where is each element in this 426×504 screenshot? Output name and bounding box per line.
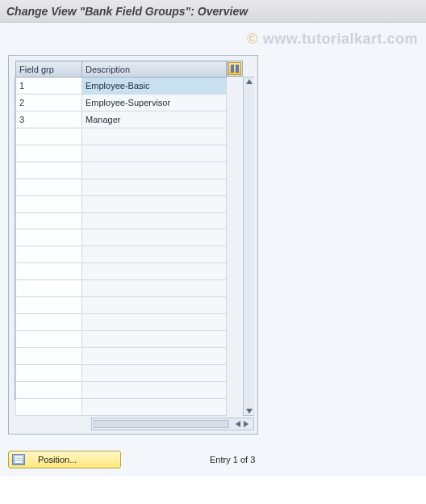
table-row: [16, 195, 227, 212]
cell-description[interactable]: Employee-Supervisor: [82, 94, 227, 111]
scroll-left-icon: [232, 421, 240, 427]
cell-field-grp[interactable]: [16, 229, 82, 246]
cell-description[interactable]: [82, 381, 227, 398]
scroll-up-icon: [246, 79, 253, 84]
cell-description[interactable]: [82, 280, 227, 297]
table-row: [16, 364, 227, 381]
cell-description[interactable]: [82, 348, 227, 365]
cell-field-grp[interactable]: [16, 145, 82, 162]
cell-description[interactable]: [82, 314, 227, 331]
cell-field-grp[interactable]: [16, 128, 82, 145]
table-row: [16, 297, 227, 314]
table-row: [16, 145, 227, 162]
cell-description[interactable]: [82, 162, 227, 178]
table-row: [16, 263, 227, 280]
cell-field-grp[interactable]: [16, 246, 82, 263]
cell-field-grp[interactable]: [16, 162, 82, 178]
col-header-field-grp[interactable]: Field grp: [16, 61, 82, 78]
footer-bar: Position... Entry 1 of 3: [0, 435, 426, 477]
cell-field-grp[interactable]: 2: [16, 94, 82, 111]
cell-description[interactable]: [82, 178, 227, 195]
cell-field-grp[interactable]: [16, 280, 82, 297]
scroll-down-icon: [246, 409, 253, 414]
table-row: 2Employee-Supervisor: [16, 94, 227, 111]
cell-description[interactable]: Employee-Basic: [82, 78, 227, 94]
field-groups-table: Field grp Description 1Employee-Basic2Em…: [15, 61, 227, 416]
cell-description[interactable]: [82, 229, 227, 246]
cell-field-grp[interactable]: [16, 364, 82, 381]
cell-field-grp[interactable]: [16, 398, 82, 415]
entry-counter: Entry 1 of 3: [210, 455, 255, 464]
position-icon: [12, 454, 25, 465]
position-button-label: Position...: [38, 455, 77, 464]
cell-field-grp[interactable]: [16, 348, 82, 365]
table-row: [16, 314, 227, 331]
horizontal-scrollbar[interactable]: [91, 418, 254, 430]
table-row: [16, 162, 227, 178]
cell-description[interactable]: Manager: [82, 111, 227, 128]
cell-field-grp[interactable]: [16, 314, 82, 331]
grid-frame: Field grp Description 1Employee-Basic2Em…: [8, 55, 258, 435]
cell-field-grp[interactable]: [16, 212, 82, 229]
col-header-description[interactable]: Description: [82, 61, 227, 78]
cell-field-grp[interactable]: [16, 297, 82, 314]
table-row: [16, 212, 227, 229]
table-row: [16, 246, 227, 263]
sub-toolbar: [0, 23, 426, 47]
table-row: [16, 348, 227, 365]
cell-description[interactable]: [82, 212, 227, 229]
hscroll-track: [94, 420, 229, 428]
cell-field-grp[interactable]: [16, 331, 82, 348]
cell-field-grp[interactable]: [16, 195, 82, 212]
col-header-description-label: Description: [86, 65, 130, 74]
table-row: [16, 398, 227, 415]
cell-field-grp[interactable]: 1: [16, 78, 82, 94]
cell-description[interactable]: [82, 263, 227, 280]
table-config-icon: [228, 62, 241, 75]
position-button[interactable]: Position...: [8, 451, 121, 468]
table-config-button[interactable]: [227, 61, 243, 77]
cell-description[interactable]: [82, 246, 227, 263]
table-row: [16, 128, 227, 145]
scroll-right-icon: [244, 421, 252, 427]
page-title: Change View "Bank Field Groups": Overvie…: [6, 5, 248, 18]
cell-description[interactable]: [82, 331, 227, 348]
cell-description[interactable]: [82, 128, 227, 145]
titlebar: Change View "Bank Field Groups": Overvie…: [0, 0, 426, 23]
cell-description[interactable]: [82, 195, 227, 212]
table-row: [16, 331, 227, 348]
table-row: [16, 381, 227, 398]
table-row: [16, 280, 227, 297]
cell-description[interactable]: [82, 398, 227, 415]
table-row: 3Manager: [16, 111, 227, 128]
cell-description[interactable]: [82, 145, 227, 162]
cell-field-grp[interactable]: [16, 178, 82, 195]
content-area: Field grp Description 1Employee-Basic2Em…: [0, 47, 426, 435]
table-row: [16, 178, 227, 195]
cell-field-grp[interactable]: [16, 263, 82, 280]
cell-field-grp[interactable]: [16, 381, 82, 398]
cell-field-grp[interactable]: 3: [16, 111, 82, 128]
cell-description[interactable]: [82, 364, 227, 381]
table-row: 1Employee-Basic: [16, 78, 227, 94]
vertical-scrollbar[interactable]: [243, 77, 254, 416]
table-row: [16, 229, 227, 246]
cell-description[interactable]: [82, 297, 227, 314]
